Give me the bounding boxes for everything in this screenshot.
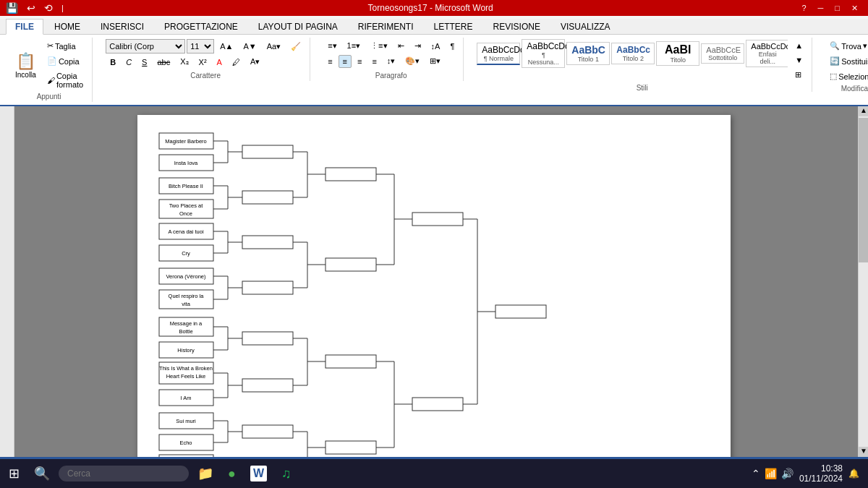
scroll-down-btn[interactable]: ▼: [791, 53, 807, 67]
taskbar: ⊞ 🔍 📁 ● W ♫ ⌃ 📶 🔊 10:38 01/11/2024 🔔: [0, 459, 868, 488]
tab-visualizza[interactable]: VISUALIZZA: [551, 19, 620, 34]
align-right-btn[interactable]: ≡: [353, 55, 366, 68]
shading-btn[interactable]: 🎨▾: [401, 54, 424, 68]
line-spacing-btn[interactable]: ↕▾: [383, 54, 400, 68]
text-color-btn[interactable]: A▾: [246, 55, 264, 69]
style-sottotitolo[interactable]: AaBbCcE Sottotitolo: [701, 43, 744, 64]
tab-riferimenti[interactable]: RIFERIMENTI: [349, 19, 423, 34]
notification-btn[interactable]: 🔔: [848, 468, 859, 479]
seleziona-button[interactable]: ⬚ Seleziona ▾: [825, 69, 868, 83]
svg-text:Insta Iova: Insta Iova: [174, 160, 198, 166]
tab-progettazione[interactable]: PROGETTAZIONE: [155, 19, 247, 34]
help-btn[interactable]: ?: [797, 4, 810, 13]
tray-network[interactable]: 📶: [765, 468, 777, 479]
bracket-svg: Magister Barbero Insta Iova Bitch Please…: [152, 129, 716, 457]
ribbon: FILE HOME INSERISCI PROGETTAZIONE LAYOUT…: [0, 16, 868, 106]
increase-indent-btn[interactable]: ⇥: [410, 39, 425, 53]
chrome-btn[interactable]: ●: [222, 463, 242, 484]
bold-btn[interactable]: B: [106, 56, 120, 69]
svg-rect-53: [242, 236, 293, 249]
svg-rect-32: [159, 455, 213, 457]
stili-label: Stili: [472, 82, 812, 92]
scrollbar-thumb[interactable]: [859, 118, 868, 262]
svg-text:vita: vita: [182, 301, 191, 307]
minimize-btn[interactable]: ─: [814, 4, 828, 13]
taskbar-right: ⌃ 📶 🔊 10:38 01/11/2024 🔔: [752, 463, 865, 484]
svg-rect-103: [326, 441, 376, 454]
time-display: 10:38: [799, 463, 843, 474]
word-btn[interactable]: W: [244, 463, 273, 484]
show-hide-btn[interactable]: ¶: [446, 40, 459, 53]
ribbon-tabs: FILE HOME INSERISCI PROGETTAZIONE LAYOUT…: [0, 19, 868, 35]
tab-revisione[interactable]: REVISIONE: [484, 19, 550, 34]
tab-lettere[interactable]: LETTERE: [425, 19, 482, 34]
svg-text:Cry: Cry: [182, 250, 190, 257]
multilevel-btn[interactable]: ⋮≡▾: [366, 39, 391, 53]
tray-chevron[interactable]: ⌃: [752, 468, 760, 479]
borders-btn[interactable]: ⊞▾: [425, 54, 445, 68]
svg-rect-58: [242, 281, 293, 294]
style-titolo2[interactable]: AaBbCc Titolo 2: [611, 43, 655, 64]
justify-btn[interactable]: ≡: [367, 55, 380, 68]
tab-inserisci[interactable]: INSERISCI: [91, 19, 153, 34]
file-explorer-btn[interactable]: 📁: [192, 463, 219, 484]
style-normale[interactable]: AaBbCcDc ¶ Normale: [477, 43, 520, 65]
copia-formato-button[interactable]: 🖌 Copia formato: [43, 69, 88, 91]
style-nessuna[interactable]: AaBbCcDc ¶ Nessuna...: [522, 39, 565, 68]
svg-text:A cena dai tuoi: A cena dai tuoi: [168, 228, 204, 235]
scroll-up[interactable]: ▲: [859, 106, 868, 116]
scroll-down[interactable]: ▼: [859, 447, 868, 457]
svg-text:This Is What a Broken: This Is What a Broken: [159, 365, 213, 372]
svg-rect-83: [326, 355, 376, 368]
more-styles-btn[interactable]: ⊞: [791, 68, 807, 82]
close-btn[interactable]: ✕: [847, 4, 862, 13]
svg-text:Heart Feels Like: Heart Feels Like: [166, 373, 206, 380]
sostituisci-button[interactable]: 🔄 Sostituisci: [825, 54, 868, 68]
decrease-indent-btn[interactable]: ⇤: [393, 39, 409, 53]
appunti-label: Appunti: [10, 91, 88, 100]
window-title: Torneosongs17 - Microsoft Word: [64, 3, 798, 13]
strikethrough-btn[interactable]: abc: [153, 56, 174, 69]
underline-btn[interactable]: S: [137, 56, 151, 69]
font-size-select[interactable]: 11: [187, 39, 214, 53]
start-button[interactable]: ⊞: [3, 463, 25, 484]
style-titolo[interactable]: AaBl Titolo: [656, 41, 699, 66]
document-area: ▲ ▼ Magister Barbero Insta Iova Bitch Pl…: [0, 106, 868, 457]
carattere-label: Carattere: [106, 70, 305, 80]
svg-rect-38: [242, 145, 293, 158]
clear-format-btn[interactable]: 🧹: [286, 40, 305, 53]
incolla-button[interactable]: 📋 Incolla: [10, 48, 41, 82]
style-titolo1[interactable]: AaBbC Titolo 1: [566, 42, 610, 65]
align-left-btn[interactable]: ≡: [323, 55, 336, 68]
superscript-btn[interactable]: X²: [195, 56, 211, 69]
style-enfasi[interactable]: AaBbCcDc Enfasi deli...: [746, 40, 788, 67]
taskbar-search-input[interactable]: [59, 466, 189, 481]
trova-button[interactable]: 🔍 Trova ▾: [825, 39, 868, 53]
svg-text:Message in a: Message in a: [170, 320, 203, 327]
sort-btn[interactable]: ↕A: [427, 40, 445, 53]
tab-file[interactable]: FILE: [6, 19, 43, 35]
tab-home[interactable]: HOME: [45, 19, 90, 34]
align-center-btn[interactable]: ≡: [339, 55, 352, 68]
italic-btn[interactable]: C: [122, 56, 136, 69]
bullets-btn[interactable]: ≡▾: [323, 39, 341, 53]
scroll-up-btn[interactable]: ▲: [791, 39, 807, 52]
font-color-btn[interactable]: A: [213, 56, 226, 69]
subscript-btn[interactable]: X₂: [176, 55, 192, 69]
svg-rect-108: [412, 398, 463, 411]
maximize-btn[interactable]: □: [830, 4, 844, 13]
grow-font-btn[interactable]: A▲: [216, 40, 237, 53]
tray-volume[interactable]: 🔊: [781, 468, 793, 479]
taglia-button[interactable]: ✂ Taglia: [43, 39, 88, 53]
change-case-btn[interactable]: Aa▾: [263, 40, 285, 53]
shrink-font-btn[interactable]: A▼: [239, 40, 260, 53]
highlight-btn[interactable]: 🖊: [228, 56, 244, 69]
title-bar: 💾 ↩ ⟲ | Torneosongs17 - Microsoft Word ?…: [0, 0, 868, 16]
font-family-select[interactable]: Calibri (Corp: [106, 39, 185, 53]
copia-button[interactable]: 📄 Copia: [43, 54, 88, 68]
tab-layout[interactable]: LAYOUT DI PAGINA: [249, 19, 347, 34]
svg-text:Verona (Vérone): Verona (Vérone): [166, 273, 206, 280]
spotify-btn[interactable]: ♫: [276, 463, 297, 484]
search-button[interactable]: 🔍: [28, 463, 56, 484]
numbering-btn[interactable]: 1≡▾: [343, 39, 365, 53]
